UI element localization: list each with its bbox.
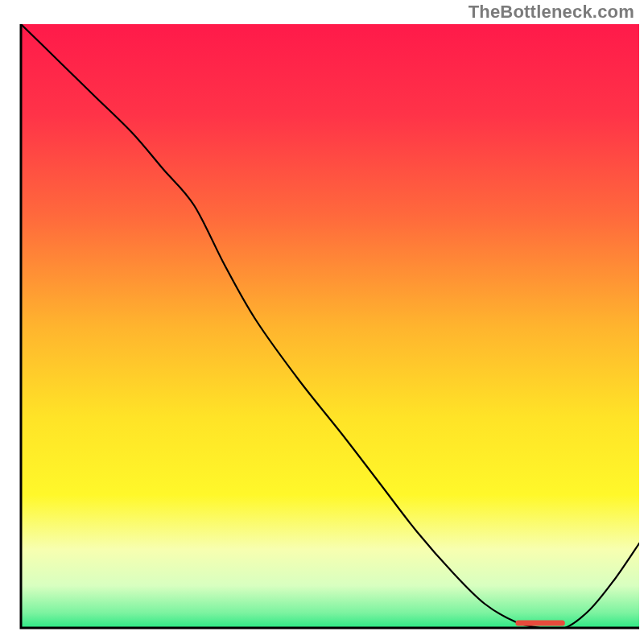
bottleneck-chart: [0, 0, 644, 644]
watermark-text: TheBottleneck.com: [469, 2, 634, 23]
highlight-marker: [515, 621, 564, 626]
chart-stage: TheBottleneck.com: [0, 0, 644, 644]
